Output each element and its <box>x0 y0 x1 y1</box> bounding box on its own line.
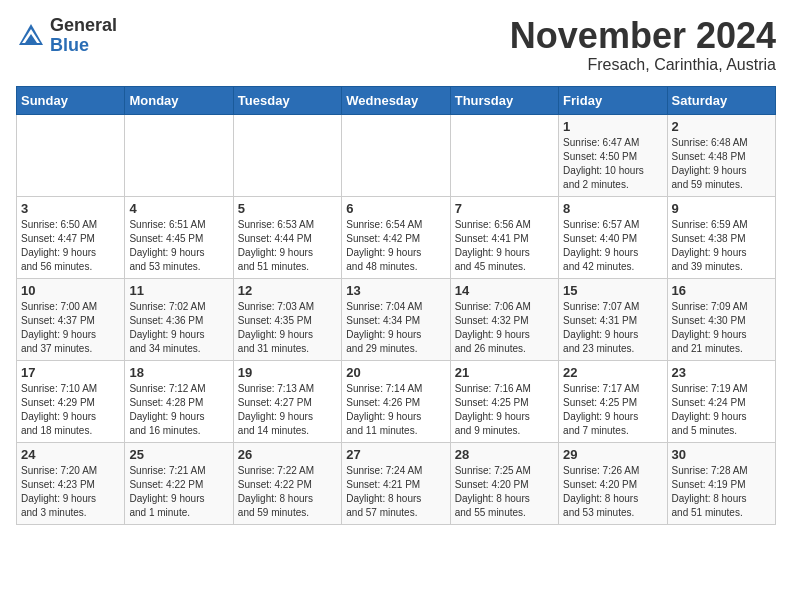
day-cell <box>450 114 558 196</box>
day-number: 6 <box>346 201 445 216</box>
day-cell: 27Sunrise: 7:24 AM Sunset: 4:21 PM Dayli… <box>342 442 450 524</box>
day-info: Sunrise: 7:12 AM Sunset: 4:28 PM Dayligh… <box>129 382 228 438</box>
day-cell <box>233 114 341 196</box>
header-cell-friday: Friday <box>559 86 667 114</box>
day-number: 13 <box>346 283 445 298</box>
day-number: 2 <box>672 119 771 134</box>
day-cell: 10Sunrise: 7:00 AM Sunset: 4:37 PM Dayli… <box>17 278 125 360</box>
day-info: Sunrise: 7:10 AM Sunset: 4:29 PM Dayligh… <box>21 382 120 438</box>
day-cell: 25Sunrise: 7:21 AM Sunset: 4:22 PM Dayli… <box>125 442 233 524</box>
day-info: Sunrise: 6:57 AM Sunset: 4:40 PM Dayligh… <box>563 218 662 274</box>
day-number: 7 <box>455 201 554 216</box>
day-cell: 13Sunrise: 7:04 AM Sunset: 4:34 PM Dayli… <box>342 278 450 360</box>
day-number: 9 <box>672 201 771 216</box>
day-cell: 3Sunrise: 6:50 AM Sunset: 4:47 PM Daylig… <box>17 196 125 278</box>
day-number: 15 <box>563 283 662 298</box>
day-info: Sunrise: 7:07 AM Sunset: 4:31 PM Dayligh… <box>563 300 662 356</box>
day-info: Sunrise: 6:47 AM Sunset: 4:50 PM Dayligh… <box>563 136 662 192</box>
day-cell: 17Sunrise: 7:10 AM Sunset: 4:29 PM Dayli… <box>17 360 125 442</box>
day-number: 19 <box>238 365 337 380</box>
day-cell: 29Sunrise: 7:26 AM Sunset: 4:20 PM Dayli… <box>559 442 667 524</box>
week-row-5: 24Sunrise: 7:20 AM Sunset: 4:23 PM Dayli… <box>17 442 776 524</box>
day-number: 23 <box>672 365 771 380</box>
header-cell-monday: Monday <box>125 86 233 114</box>
day-info: Sunrise: 7:13 AM Sunset: 4:27 PM Dayligh… <box>238 382 337 438</box>
day-info: Sunrise: 7:04 AM Sunset: 4:34 PM Dayligh… <box>346 300 445 356</box>
day-info: Sunrise: 7:28 AM Sunset: 4:19 PM Dayligh… <box>672 464 771 520</box>
day-info: Sunrise: 7:21 AM Sunset: 4:22 PM Dayligh… <box>129 464 228 520</box>
header-cell-tuesday: Tuesday <box>233 86 341 114</box>
day-cell <box>342 114 450 196</box>
day-number: 26 <box>238 447 337 462</box>
day-info: Sunrise: 7:16 AM Sunset: 4:25 PM Dayligh… <box>455 382 554 438</box>
logo-text: General Blue <box>50 16 117 56</box>
day-number: 17 <box>21 365 120 380</box>
day-number: 16 <box>672 283 771 298</box>
day-number: 14 <box>455 283 554 298</box>
day-cell: 14Sunrise: 7:06 AM Sunset: 4:32 PM Dayli… <box>450 278 558 360</box>
header-cell-sunday: Sunday <box>17 86 125 114</box>
day-number: 18 <box>129 365 228 380</box>
day-number: 27 <box>346 447 445 462</box>
day-info: Sunrise: 7:25 AM Sunset: 4:20 PM Dayligh… <box>455 464 554 520</box>
day-cell: 28Sunrise: 7:25 AM Sunset: 4:20 PM Dayli… <box>450 442 558 524</box>
day-info: Sunrise: 6:51 AM Sunset: 4:45 PM Dayligh… <box>129 218 228 274</box>
day-cell <box>125 114 233 196</box>
day-cell: 19Sunrise: 7:13 AM Sunset: 4:27 PM Dayli… <box>233 360 341 442</box>
day-cell: 2Sunrise: 6:48 AM Sunset: 4:48 PM Daylig… <box>667 114 775 196</box>
day-number: 24 <box>21 447 120 462</box>
day-cell: 7Sunrise: 6:56 AM Sunset: 4:41 PM Daylig… <box>450 196 558 278</box>
header-cell-thursday: Thursday <box>450 86 558 114</box>
day-number: 4 <box>129 201 228 216</box>
header-cell-wednesday: Wednesday <box>342 86 450 114</box>
day-info: Sunrise: 6:56 AM Sunset: 4:41 PM Dayligh… <box>455 218 554 274</box>
day-info: Sunrise: 7:26 AM Sunset: 4:20 PM Dayligh… <box>563 464 662 520</box>
day-cell: 18Sunrise: 7:12 AM Sunset: 4:28 PM Dayli… <box>125 360 233 442</box>
day-info: Sunrise: 7:03 AM Sunset: 4:35 PM Dayligh… <box>238 300 337 356</box>
day-number: 5 <box>238 201 337 216</box>
day-number: 12 <box>238 283 337 298</box>
day-info: Sunrise: 6:54 AM Sunset: 4:42 PM Dayligh… <box>346 218 445 274</box>
day-number: 1 <box>563 119 662 134</box>
day-info: Sunrise: 7:19 AM Sunset: 4:24 PM Dayligh… <box>672 382 771 438</box>
day-info: Sunrise: 6:50 AM Sunset: 4:47 PM Dayligh… <box>21 218 120 274</box>
day-info: Sunrise: 7:22 AM Sunset: 4:22 PM Dayligh… <box>238 464 337 520</box>
week-row-1: 1Sunrise: 6:47 AM Sunset: 4:50 PM Daylig… <box>17 114 776 196</box>
day-info: Sunrise: 7:24 AM Sunset: 4:21 PM Dayligh… <box>346 464 445 520</box>
day-number: 30 <box>672 447 771 462</box>
day-cell: 20Sunrise: 7:14 AM Sunset: 4:26 PM Dayli… <box>342 360 450 442</box>
day-info: Sunrise: 6:53 AM Sunset: 4:44 PM Dayligh… <box>238 218 337 274</box>
day-cell: 5Sunrise: 6:53 AM Sunset: 4:44 PM Daylig… <box>233 196 341 278</box>
day-cell: 8Sunrise: 6:57 AM Sunset: 4:40 PM Daylig… <box>559 196 667 278</box>
month-title: November 2024 <box>510 16 776 56</box>
day-number: 10 <box>21 283 120 298</box>
day-cell: 16Sunrise: 7:09 AM Sunset: 4:30 PM Dayli… <box>667 278 775 360</box>
day-cell: 22Sunrise: 7:17 AM Sunset: 4:25 PM Dayli… <box>559 360 667 442</box>
day-number: 3 <box>21 201 120 216</box>
day-number: 25 <box>129 447 228 462</box>
day-cell: 26Sunrise: 7:22 AM Sunset: 4:22 PM Dayli… <box>233 442 341 524</box>
day-info: Sunrise: 7:17 AM Sunset: 4:25 PM Dayligh… <box>563 382 662 438</box>
day-number: 11 <box>129 283 228 298</box>
day-cell: 6Sunrise: 6:54 AM Sunset: 4:42 PM Daylig… <box>342 196 450 278</box>
day-cell: 11Sunrise: 7:02 AM Sunset: 4:36 PM Dayli… <box>125 278 233 360</box>
location: Fresach, Carinthia, Austria <box>510 56 776 74</box>
week-row-3: 10Sunrise: 7:00 AM Sunset: 4:37 PM Dayli… <box>17 278 776 360</box>
calendar-table: SundayMondayTuesdayWednesdayThursdayFrid… <box>16 86 776 525</box>
day-info: Sunrise: 7:06 AM Sunset: 4:32 PM Dayligh… <box>455 300 554 356</box>
week-row-2: 3Sunrise: 6:50 AM Sunset: 4:47 PM Daylig… <box>17 196 776 278</box>
day-cell: 24Sunrise: 7:20 AM Sunset: 4:23 PM Dayli… <box>17 442 125 524</box>
day-cell: 21Sunrise: 7:16 AM Sunset: 4:25 PM Dayli… <box>450 360 558 442</box>
day-cell: 23Sunrise: 7:19 AM Sunset: 4:24 PM Dayli… <box>667 360 775 442</box>
day-number: 21 <box>455 365 554 380</box>
day-number: 8 <box>563 201 662 216</box>
day-info: Sunrise: 7:02 AM Sunset: 4:36 PM Dayligh… <box>129 300 228 356</box>
day-info: Sunrise: 6:59 AM Sunset: 4:38 PM Dayligh… <box>672 218 771 274</box>
logo-general: General <box>50 16 117 36</box>
day-cell <box>17 114 125 196</box>
day-number: 20 <box>346 365 445 380</box>
day-number: 29 <box>563 447 662 462</box>
week-row-4: 17Sunrise: 7:10 AM Sunset: 4:29 PM Dayli… <box>17 360 776 442</box>
day-number: 28 <box>455 447 554 462</box>
day-cell: 1Sunrise: 6:47 AM Sunset: 4:50 PM Daylig… <box>559 114 667 196</box>
